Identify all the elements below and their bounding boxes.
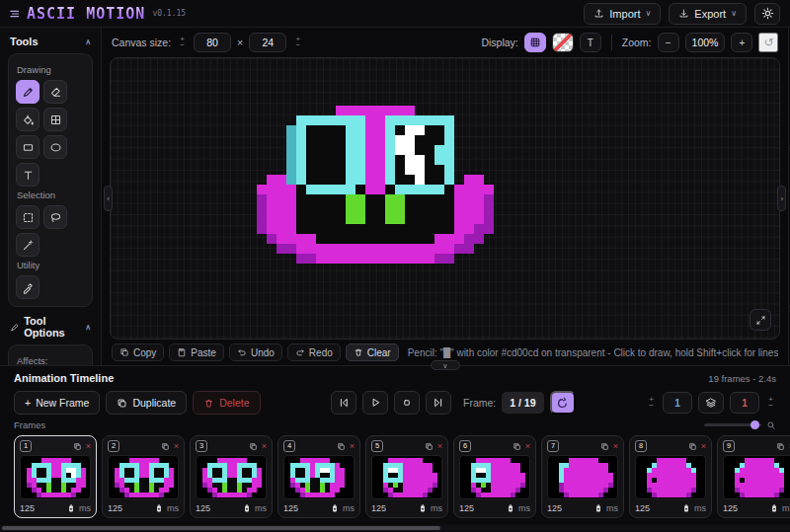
frame-card-9[interactable]: 9×125ms <box>717 435 790 518</box>
frame-card-5[interactable]: 5×125ms <box>365 435 448 518</box>
last-frame-button[interactable] <box>426 391 451 415</box>
frame-thumbnail[interactable] <box>283 455 355 499</box>
frame-card-7[interactable]: 7×125ms <box>541 435 624 518</box>
loop-toggle-button[interactable] <box>550 391 576 415</box>
duplicate-frame-icon[interactable] <box>161 442 170 451</box>
frame-duration-input[interactable]: 125 <box>547 503 562 513</box>
frame-duration-input[interactable]: 125 <box>20 503 35 513</box>
magic-wand-tool[interactable] <box>16 233 40 257</box>
duplicate-frame-icon[interactable] <box>73 442 82 451</box>
lasso-tool[interactable] <box>43 205 67 229</box>
canvas-width-input[interactable]: 80 <box>194 33 231 52</box>
frame-card-8[interactable]: 8×125ms <box>629 435 712 518</box>
width-stepper[interactable]: +− <box>177 37 188 48</box>
zoom-in-button[interactable]: + <box>731 33 752 52</box>
frame-thumbnail[interactable] <box>547 455 618 499</box>
frames-scrollbar[interactable] <box>0 525 790 531</box>
fullscreen-canvas-button[interactable] <box>750 309 771 331</box>
delete-frame-icon[interactable]: × <box>701 442 706 451</box>
rect-select-tool[interactable] <box>16 205 40 229</box>
onion-next-count[interactable]: 1 <box>730 392 759 414</box>
frame-duration-input[interactable]: 125 <box>108 503 122 513</box>
onion-skin-button[interactable] <box>698 392 724 414</box>
delete-frame-icon[interactable]: × <box>437 442 442 451</box>
paste-button[interactable]: Paste <box>169 343 224 361</box>
duration-timer-icon[interactable] <box>66 502 76 514</box>
delete-frame-icon[interactable]: × <box>525 442 530 451</box>
frame-card-3[interactable]: 3×125ms <box>190 435 273 518</box>
duration-timer-icon[interactable] <box>506 502 515 514</box>
height-stepper[interactable]: +− <box>292 37 303 48</box>
duplicate-frame-icon[interactable] <box>337 442 346 451</box>
tool-options-header[interactable]: Tool Options ∧ <box>0 307 101 344</box>
duration-timer-icon[interactable] <box>154 502 164 514</box>
new-frame-button[interactable]: + New Frame <box>14 391 100 415</box>
frame-thumbnail[interactable] <box>371 455 442 499</box>
clear-button[interactable]: Clear <box>346 343 399 361</box>
theme-toggle-button[interactable] <box>754 3 780 25</box>
character-display-toggle[interactable]: T <box>580 33 601 52</box>
redo-button[interactable]: Redo <box>287 343 341 361</box>
tools-header[interactable]: Tools ∧ <box>0 28 101 53</box>
collapse-left-panel-handle[interactable]: ‹ <box>104 186 113 211</box>
zoom-out-button[interactable]: − <box>658 33 679 52</box>
frame-thumbnail[interactable] <box>196 455 267 499</box>
duration-timer-icon[interactable] <box>242 502 252 514</box>
delete-frame-icon[interactable]: × <box>86 442 91 451</box>
frame-size-slider[interactable] <box>704 423 761 426</box>
frame-duration-input[interactable]: 125 <box>635 503 650 513</box>
duration-timer-icon[interactable] <box>593 502 603 514</box>
delete-frame-icon[interactable]: × <box>174 442 179 451</box>
frame-thumbnail[interactable] <box>108 455 179 499</box>
stop-button[interactable] <box>394 391 420 415</box>
frame-card-1[interactable]: 1×125ms <box>14 435 97 518</box>
delete-frame-icon[interactable]: × <box>350 442 355 451</box>
scrollbar-thumb[interactable] <box>2 526 440 530</box>
onion-prev-stepper[interactable]: +− <box>646 397 657 409</box>
frame-duration-input[interactable]: 125 <box>196 503 210 513</box>
eraser-tool[interactable] <box>43 80 67 104</box>
duplicate-frame-icon[interactable] <box>600 442 609 451</box>
frame-card-6[interactable]: 6×125ms <box>453 435 536 518</box>
import-button[interactable]: Import ∨ <box>584 3 661 25</box>
duration-timer-icon[interactable] <box>330 502 340 514</box>
paint-bucket-tool[interactable] <box>16 108 40 131</box>
onion-next-stepper[interactable]: +− <box>765 397 776 409</box>
duration-timer-icon[interactable] <box>769 502 779 514</box>
text-tool[interactable] <box>16 163 40 187</box>
collapse-timeline-handle[interactable]: ∨ <box>431 360 460 370</box>
frame-thumbnail[interactable] <box>459 455 530 499</box>
zoom-reset-button[interactable]: ↺ <box>758 33 778 52</box>
onion-prev-count[interactable]: 1 <box>663 392 692 414</box>
first-frame-button[interactable] <box>331 391 356 415</box>
duplicate-frame-icon[interactable] <box>425 442 434 451</box>
undo-button[interactable]: Undo <box>229 343 282 361</box>
collapse-right-panel-handle[interactable]: › <box>777 186 786 211</box>
play-button[interactable] <box>362 391 388 415</box>
frame-thumbnail[interactable] <box>20 455 91 499</box>
pencil-tool[interactable] <box>16 80 40 104</box>
duplicate-frame-icon[interactable] <box>513 442 521 451</box>
frame-thumbnail[interactable] <box>723 455 790 499</box>
slider-thumb[interactable] <box>750 420 759 429</box>
fill-area-tool[interactable] <box>43 108 67 131</box>
grid-display-toggle[interactable] <box>524 33 546 52</box>
frame-duration-input[interactable]: 125 <box>459 503 474 513</box>
frame-duration-input[interactable]: 125 <box>723 503 738 513</box>
eyedropper-tool[interactable] <box>16 275 40 299</box>
duration-timer-icon[interactable] <box>418 502 428 514</box>
frame-thumbnail[interactable] <box>635 455 706 499</box>
transparency-display-toggle[interactable] <box>552 33 574 52</box>
duration-timer-icon[interactable] <box>681 502 691 514</box>
frame-duration-input[interactable]: 125 <box>371 503 386 513</box>
duplicate-frame-icon[interactable] <box>688 442 697 451</box>
duplicate-frame-icon[interactable] <box>776 442 785 451</box>
export-button[interactable]: Export ∨ <box>669 3 747 25</box>
delete-frame-icon[interactable]: × <box>613 442 618 451</box>
copy-button[interactable]: Copy <box>112 343 164 361</box>
canvas-height-input[interactable]: 24 <box>249 33 286 52</box>
frame-card-2[interactable]: 2×125ms <box>102 435 185 518</box>
frame-duration-input[interactable]: 125 <box>283 503 298 513</box>
delete-frame-button[interactable]: Delete <box>193 391 260 415</box>
frame-card-4[interactable]: 4×125ms <box>277 435 360 518</box>
